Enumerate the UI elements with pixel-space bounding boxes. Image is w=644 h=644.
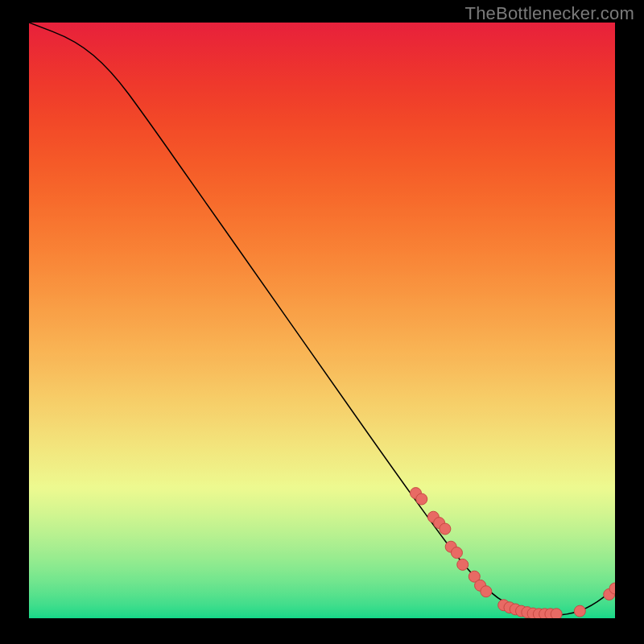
data-marker [440, 523, 451, 535]
data-marker [457, 559, 469, 570]
data-marker [416, 493, 427, 505]
data-marker [551, 609, 562, 618]
data-marker [574, 605, 585, 617]
watermark-text: TheBottlenecker.com [465, 3, 634, 24]
bottleneck-chart [29, 23, 615, 618]
chart-frame: TheBottlenecker.com [0, 0, 644, 644]
data-marker [481, 586, 492, 597]
chart-background [29, 23, 615, 618]
data-marker [451, 547, 462, 559]
